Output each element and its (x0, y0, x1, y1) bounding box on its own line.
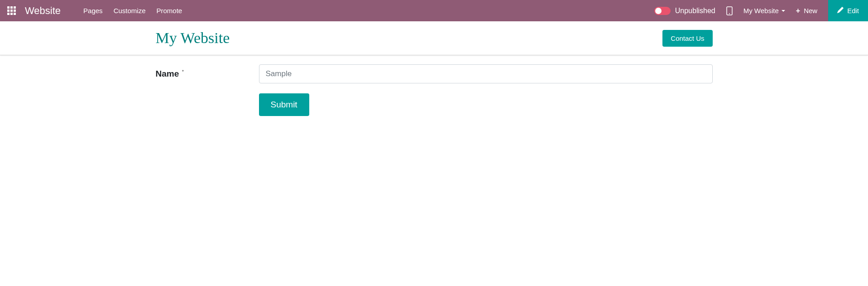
form-row-name: Name * (156, 64, 713, 83)
caret-down-icon (782, 10, 785, 12)
sub-header-inner: My Website Contact Us (147, 29, 722, 47)
svg-point-1 (729, 13, 730, 14)
submit-spacer (156, 93, 259, 116)
publish-toggle[interactable] (654, 7, 671, 15)
name-input[interactable] (259, 64, 713, 83)
nav-promote[interactable]: Promote (156, 7, 182, 15)
publish-status-group: Unpublished (654, 7, 715, 15)
submit-button[interactable]: Submit (259, 93, 309, 116)
toggle-knob (655, 8, 662, 14)
nav-pages[interactable]: Pages (83, 7, 103, 15)
submit-row: Submit (156, 93, 713, 116)
publish-status-label: Unpublished (675, 7, 715, 15)
sub-header: My Website Contact Us (0, 21, 868, 55)
plus-icon: + (796, 7, 800, 15)
contact-us-button[interactable]: Contact Us (662, 30, 712, 47)
new-button[interactable]: + New (796, 7, 817, 15)
site-title[interactable]: My Website (156, 29, 230, 47)
edit-label: Edit (847, 7, 859, 15)
site-selector-dropdown[interactable]: My Website (743, 7, 785, 15)
required-mark: * (182, 69, 184, 74)
name-label: Name (156, 69, 179, 78)
top-nav-left: Website Pages Customize Promote (7, 5, 182, 17)
brand-label[interactable]: Website (25, 5, 61, 17)
top-nav-right: Unpublished My Website + New Edit (654, 0, 861, 21)
content-area: Name * Submit (147, 55, 722, 125)
submit-column: Submit (259, 93, 309, 116)
top-navigation: Website Pages Customize Promote Unpublis… (0, 0, 868, 21)
site-selector-label: My Website (743, 7, 779, 15)
form-label-column: Name * (156, 69, 259, 79)
apps-icon[interactable] (7, 6, 16, 15)
pencil-icon (837, 7, 844, 15)
edit-button[interactable]: Edit (828, 0, 868, 21)
nav-customize[interactable]: Customize (114, 7, 146, 15)
mobile-preview-icon[interactable] (726, 6, 733, 15)
nav-links: Pages Customize Promote (83, 7, 182, 15)
new-label: New (804, 7, 817, 15)
form-input-column (259, 64, 713, 83)
